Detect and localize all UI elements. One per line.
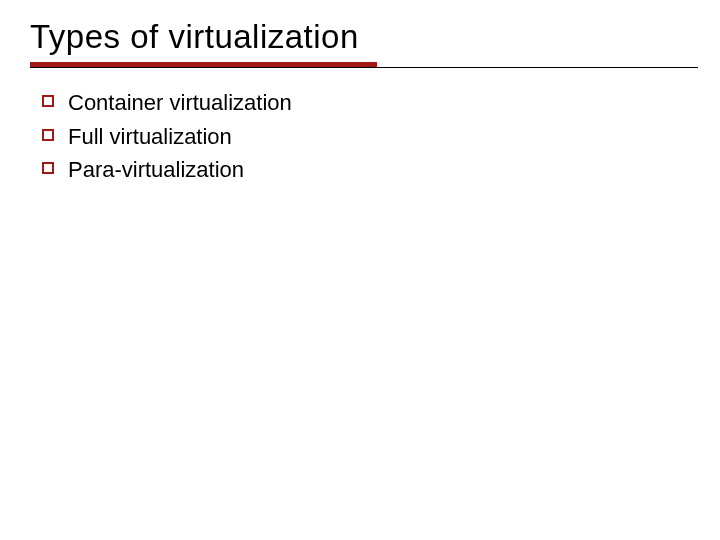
bullet-text: Para-virtualization bbox=[68, 155, 244, 185]
underline-black-line bbox=[30, 67, 698, 68]
slide: Types of virtualization Container virtua… bbox=[0, 0, 720, 540]
slide-title: Types of virtualization bbox=[30, 18, 690, 56]
list-item: Para-virtualization bbox=[42, 155, 690, 185]
square-bullet-icon bbox=[42, 162, 54, 174]
bullet-list: Container virtualization Full virtualiza… bbox=[30, 88, 690, 185]
bullet-text: Container virtualization bbox=[68, 88, 292, 118]
square-bullet-icon bbox=[42, 95, 54, 107]
square-bullet-icon bbox=[42, 129, 54, 141]
list-item: Full virtualization bbox=[42, 122, 690, 152]
title-underline bbox=[30, 62, 690, 70]
bullet-text: Full virtualization bbox=[68, 122, 232, 152]
list-item: Container virtualization bbox=[42, 88, 690, 118]
